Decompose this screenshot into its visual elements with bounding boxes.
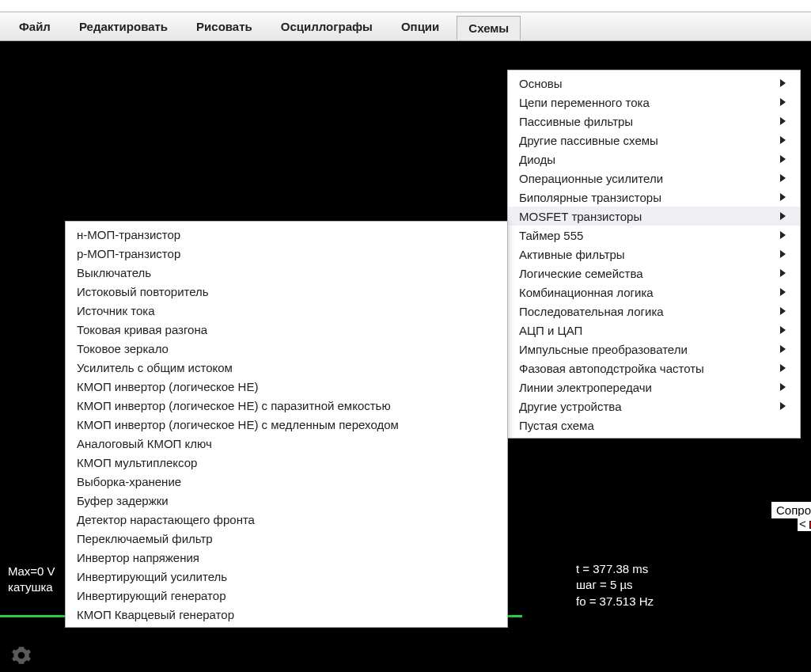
mosfet-item-label: Инвертор напряжения <box>77 551 199 564</box>
mosfet-item[interactable]: Инвертор напряжения <box>66 548 507 567</box>
schemes-item[interactable]: Активные фильтры <box>508 245 800 264</box>
mosfet-item-label: Токовая кривая разгона <box>77 323 207 336</box>
mosfet-item[interactable]: Выключатель <box>66 263 507 282</box>
schemes-item[interactable]: Другие устройства <box>508 397 800 416</box>
mosfet-item[interactable]: Выборка-хранение <box>66 472 507 491</box>
schemes-item-label: Диоды <box>519 153 555 166</box>
menu-осциллографы[interactable]: Осциллографы <box>270 15 384 38</box>
workspace: Max=0 V катушка t = 377.38 ms шаг = 5 µs… <box>0 41 811 672</box>
mosfet-item[interactable]: Переключаемый фильтр <box>66 529 507 548</box>
mosfet-item-label: Усилитель с общим истоком <box>77 361 233 374</box>
schemes-item[interactable]: Операционные усилители <box>508 169 800 188</box>
submenu-arrow-icon <box>779 401 787 411</box>
schemes-item[interactable]: MOSFET транзисторы <box>508 207 800 226</box>
schemes-item[interactable]: Линии электропередачи <box>508 378 800 397</box>
menu-файл[interactable]: Файл <box>8 15 62 38</box>
mosfet-item[interactable]: Токовое зеркало <box>66 339 507 358</box>
schemes-item[interactable]: Фазовая автоподстройка частоты <box>508 359 800 378</box>
submenu-arrow-icon <box>779 382 787 392</box>
mosfet-item[interactable]: Источник тока <box>66 301 507 320</box>
mosfet-item[interactable]: Истоковый повторитель <box>66 282 507 301</box>
status-step: шаг = 5 µs <box>576 577 654 593</box>
submenu-arrow-icon <box>779 78 787 88</box>
mosfet-item-label: Инвертирующий генератор <box>77 589 226 602</box>
mosfet-item-label: Буфер задержки <box>77 494 169 507</box>
menu-рисовать[interactable]: Рисовать <box>185 15 263 38</box>
mosfet-item-label: КМОП инвертор (логическое НЕ) с медленны… <box>77 418 399 431</box>
mosfet-item-label: н-МОП-транзистор <box>77 228 180 241</box>
schemes-item[interactable]: Цепи переменного тока <box>508 93 800 112</box>
schemes-item-label: Биполярные транзисторы <box>519 191 661 204</box>
schemes-item-label: Другие устройства <box>519 400 621 413</box>
mosfet-item[interactable]: Усилитель с общим истоком <box>66 358 507 377</box>
schemes-item[interactable]: Таймер 555 <box>508 226 800 245</box>
submenu-arrow-icon <box>779 135 787 145</box>
submenu-arrow-icon <box>779 192 787 202</box>
gear-icon[interactable] <box>9 644 33 667</box>
status-freq: fo = 37.513 Hz <box>576 594 654 609</box>
schemes-item-label: Линии электропередачи <box>519 381 652 394</box>
submenu-arrow-icon <box>779 306 787 316</box>
schemes-item[interactable]: Биполярные транзисторы <box>508 188 800 207</box>
submenu-arrow-icon <box>779 325 787 335</box>
schemes-item[interactable]: Пустая схема <box>508 416 800 435</box>
submenu-arrow-icon <box>779 344 787 354</box>
mosfet-item-label: КМОП инвертор (логическое НЕ) с паразитн… <box>77 399 391 412</box>
submenu-arrow-icon <box>779 249 787 259</box>
mosfet-item-label: Инвертирующий усилитель <box>77 570 227 583</box>
schemes-item[interactable]: Диоды <box>508 150 800 169</box>
mosfet-item[interactable]: Детектор нарастающего фронта <box>66 510 507 529</box>
submenu-arrow-icon <box>779 116 787 126</box>
submenu-arrow-icon <box>779 97 787 107</box>
submenu-arrow-icon <box>779 211 787 221</box>
schemes-item-label: Основы <box>519 77 563 90</box>
scope-ticks <box>40 667 811 672</box>
mosfet-item-label: КМОП Кварцевый генератор <box>77 608 234 621</box>
mosfet-item[interactable]: Инвертирующий усилитель <box>66 567 507 586</box>
mosfet-item[interactable]: КМОП инвертор (логическое НЕ) <box>66 377 507 396</box>
schemes-item[interactable]: АЦП и ЦАП <box>508 321 800 340</box>
mosfet-item[interactable]: н-МОП-транзистор <box>66 225 507 244</box>
status-right: t = 377.38 ms шаг = 5 µs fo = 37.513 Hz <box>576 561 654 609</box>
menu-редактировать[interactable]: Редактировать <box>68 15 179 38</box>
mosfet-item[interactable]: Буфер задержки <box>66 491 507 510</box>
mosfet-item-label: КМОП инвертор (логическое НЕ) <box>77 380 258 393</box>
schemes-item-label: Пустая схема <box>519 419 594 432</box>
schemes-item-label: Пассивные фильтры <box>519 115 633 128</box>
side-legend: < <box>798 516 811 531</box>
menubar: ФайлРедактироватьРисоватьОсциллографыОпц… <box>0 13 811 41</box>
mosfet-item[interactable]: p-МОП-транзистор <box>66 244 507 263</box>
submenu-arrow-icon <box>779 363 787 373</box>
mosfet-item[interactable]: Токовая кривая разгона <box>66 320 507 339</box>
schemes-menu: ОсновыЦепи переменного токаПассивные фил… <box>507 70 801 439</box>
mosfet-item[interactable]: Аналоговый КМОП ключ <box>66 434 507 453</box>
submenu-arrow-icon <box>779 287 787 297</box>
schemes-item[interactable]: Последовательная логика <box>508 302 800 321</box>
mosfet-item-label: Источник тока <box>77 304 154 317</box>
mosfet-item-label: p-МОП-транзистор <box>77 247 180 260</box>
schemes-item[interactable]: Другие пассивные схемы <box>508 131 800 150</box>
menu-схемы[interactable]: Схемы <box>457 16 521 40</box>
schemes-item[interactable]: Логические семейства <box>508 264 800 283</box>
mosfet-item[interactable]: КМОП Кварцевый генератор <box>66 605 507 624</box>
schemes-item[interactable]: Основы <box>508 74 800 93</box>
schemes-item-label: Комбинационная логика <box>519 286 654 299</box>
mosfet-item-label: Токовое зеркало <box>77 342 169 355</box>
schemes-item[interactable]: Пассивные фильтры <box>508 112 800 131</box>
mosfet-item-label: Детектор нарастающего фронта <box>77 513 255 526</box>
schemes-item-label: Логические семейства <box>519 267 643 280</box>
schemes-item-label: MOSFET транзисторы <box>519 210 642 223</box>
submenu-arrow-icon <box>779 268 787 278</box>
status-time: t = 377.38 ms <box>576 561 654 577</box>
menu-опции[interactable]: Опции <box>390 15 450 38</box>
status-max: Max=0 V <box>8 564 55 579</box>
mosfet-item[interactable]: КМОП инвертор (логическое НЕ) с паразитн… <box>66 396 507 415</box>
mosfet-item[interactable]: КМОП инвертор (логическое НЕ) с медленны… <box>66 415 507 434</box>
schemes-item-label: Импульсные преобразователи <box>519 343 688 356</box>
schemes-item[interactable]: Комбинационная логика <box>508 283 800 302</box>
mosfet-item[interactable]: Инвертирующий генератор <box>66 586 507 605</box>
mosfet-item[interactable]: КМОП мультиплексор <box>66 453 507 472</box>
mosfet-item-label: Переключаемый фильтр <box>77 532 213 545</box>
schemes-item[interactable]: Импульсные преобразователи <box>508 340 800 359</box>
schemes-item-label: Активные фильтры <box>519 248 625 261</box>
